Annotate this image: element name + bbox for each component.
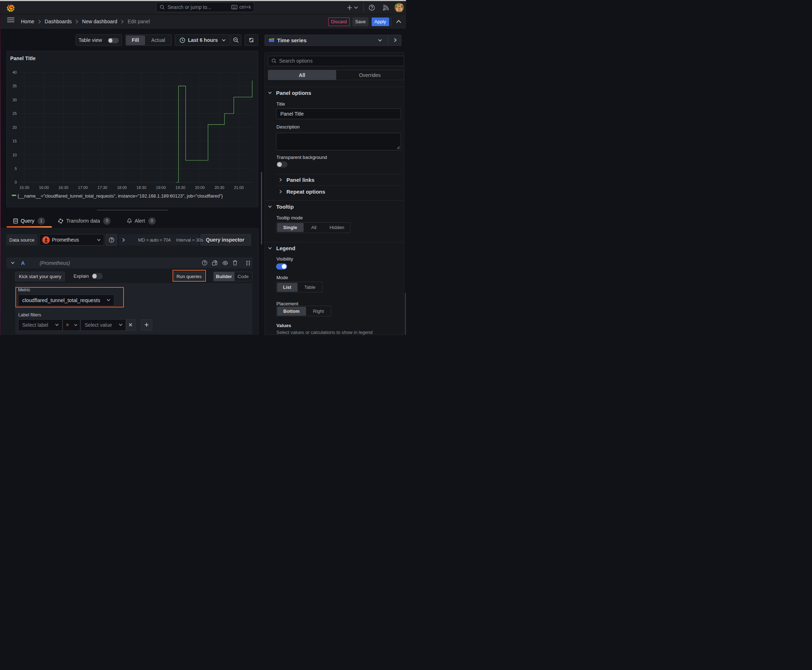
svg-text:{__name__="cloudflared_tunnel_: {__name__="cloudflared_tunnel_total_requ…: [17, 193, 223, 199]
svg-text:18:00: 18:00: [117, 185, 127, 189]
svg-text:20:30: 20:30: [214, 185, 224, 189]
svg-text:19:00: 19:00: [156, 185, 166, 189]
svg-text:17:00: 17:00: [78, 185, 88, 189]
svg-text:19:30: 19:30: [175, 185, 185, 189]
svg-text:0: 0: [15, 180, 17, 184]
svg-text:21:00: 21:00: [234, 185, 244, 189]
svg-text:30: 30: [12, 98, 17, 102]
svg-text:20:00: 20:00: [195, 185, 205, 189]
svg-text:25: 25: [12, 111, 17, 116]
svg-text:35: 35: [12, 84, 17, 88]
svg-text:20: 20: [12, 125, 17, 130]
svg-text:17:30: 17:30: [97, 185, 107, 189]
svg-text:16:30: 16:30: [58, 185, 68, 189]
svg-text:16:00: 16:00: [39, 185, 49, 189]
svg-text:15:30: 15:30: [19, 185, 29, 189]
svg-text:5: 5: [15, 166, 17, 171]
svg-text:18:30: 18:30: [136, 185, 146, 189]
svg-text:15: 15: [12, 139, 17, 143]
svg-text:10: 10: [12, 153, 17, 157]
svg-text:40: 40: [12, 70, 17, 74]
